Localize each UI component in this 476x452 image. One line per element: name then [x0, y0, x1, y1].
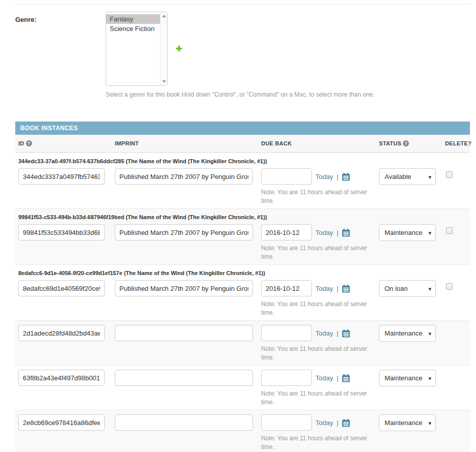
instance-heading: 344edc33-37a0-497f-b574-637b6ddcf285 (Th… — [15, 157, 470, 168]
due-back-input[interactable] — [261, 280, 312, 296]
server-time-note: Note: You are 11 hours ahead of server t… — [261, 188, 376, 205]
calendar-icon[interactable] — [342, 374, 350, 382]
calendar-icon[interactable] — [342, 419, 350, 427]
id-input[interactable] — [18, 168, 105, 185]
chevron-down-icon — [428, 374, 431, 382]
due-back-input[interactable] — [261, 414, 312, 431]
status-select[interactable]: Maintenance — [379, 370, 436, 386]
book-instance-row: Today | Note: You are 11 hours ahead of … — [15, 320, 470, 365]
delete-checkbox[interactable] — [446, 227, 453, 234]
status-select[interactable]: On loan — [379, 280, 436, 297]
imprint-input[interactable] — [115, 325, 253, 341]
genre-option-science-fiction[interactable]: Science Fiction — [106, 24, 160, 34]
instance-heading: 8edafcc6-9d1e-4056-9f20-ce99d1ef157e (Th… — [15, 269, 470, 280]
status-value: On loan — [385, 285, 408, 292]
column-header-imprint: IMPRINT — [112, 140, 258, 146]
today-link[interactable]: Today — [315, 374, 333, 382]
id-input[interactable] — [18, 224, 105, 240]
book-instance-row: Today | Note: You are 11 hours ahead of … — [15, 365, 470, 410]
book-instance-row: 99841f53-c533-494b-b33d-687946f19bed (Th… — [15, 208, 470, 264]
book-instance-row: Today | Note: You are 11 hours ahead of … — [15, 410, 470, 452]
calendar-icon[interactable] — [342, 329, 350, 338]
separator: | — [337, 173, 338, 180]
separator: | — [337, 419, 338, 427]
status-value: Maintenance — [385, 374, 422, 382]
column-header-delete: DELETE? — [442, 140, 470, 146]
genre-option-fantasy[interactable]: Fantasy — [106, 14, 160, 24]
chevron-down-icon — [428, 285, 431, 292]
book-instance-row: 8edafcc6-9d1e-4056-9f20-ce99d1ef157e (Th… — [15, 264, 470, 320]
book-instance-row: 344edc33-37a0-497f-b574-637b6ddcf285 (Th… — [15, 153, 470, 208]
server-time-note: Note: You are 11 hours ahead of server t… — [261, 300, 376, 317]
delete-checkbox[interactable] — [446, 283, 453, 290]
due-back-input[interactable] — [261, 168, 312, 185]
today-link[interactable]: Today — [315, 173, 333, 180]
plus-icon — [176, 45, 182, 53]
calendar-icon[interactable] — [342, 173, 350, 181]
calendar-icon[interactable] — [342, 229, 350, 237]
add-genre-button[interactable] — [176, 44, 182, 53]
separator: | — [337, 285, 338, 292]
imprint-input[interactable] — [115, 280, 253, 296]
book-instances-panel: BOOK INSTANCES ID IMPRINT DUE BACK STATU… — [15, 122, 470, 452]
instance-heading: 99841f53-c533-494b-b33d-687946f19bed (Th… — [15, 213, 470, 224]
scrollbar[interactable] — [160, 12, 167, 85]
imprint-input[interactable] — [115, 168, 253, 185]
due-back-input[interactable] — [261, 224, 312, 240]
book-instances-header: BOOK INSTANCES — [15, 122, 470, 135]
id-input[interactable] — [18, 280, 105, 296]
chevron-down-icon — [428, 329, 431, 337]
genre-field-row: Genre: Fantasy Science Fiction — [15, 5, 470, 86]
scroll-down-icon[interactable] — [162, 80, 166, 83]
page: Genre: Fantasy Science Fiction Select a … — [15, 4, 470, 452]
chevron-down-icon — [428, 173, 431, 180]
genre-option-list: Fantasy Science Fiction — [106, 12, 160, 36]
scroll-up-icon[interactable] — [162, 15, 166, 17]
help-icon — [403, 140, 409, 146]
help-icon — [26, 140, 32, 146]
separator: | — [337, 229, 338, 236]
column-header-id: ID — [15, 140, 112, 146]
chevron-down-icon — [428, 229, 431, 236]
genre-help-text: Select a genre for this book Hold down "… — [106, 91, 470, 98]
imprint-input[interactable] — [115, 414, 253, 431]
today-link[interactable]: Today — [315, 285, 333, 292]
status-select[interactable]: Maintenance — [379, 414, 436, 431]
column-header-due-back: DUE BACK — [258, 140, 376, 146]
genre-label: Genre: — [15, 12, 106, 86]
due-back-input[interactable] — [261, 370, 312, 386]
chevron-down-icon — [428, 419, 431, 427]
server-time-note: Note: You are 11 hours ahead of server t… — [261, 434, 376, 451]
status-select[interactable]: Maintenance — [379, 325, 436, 342]
id-input[interactable] — [18, 370, 105, 386]
id-input[interactable] — [18, 414, 105, 431]
status-value: Maintenance — [385, 419, 422, 427]
status-value: Maintenance — [385, 329, 422, 337]
column-header-row: ID IMPRINT DUE BACK STATUS DELETE? — [15, 135, 470, 153]
separator: | — [337, 329, 338, 337]
due-back-input[interactable] — [261, 325, 312, 341]
server-time-note: Note: You are 11 hours ahead of server t… — [261, 389, 376, 407]
calendar-icon[interactable] — [342, 285, 350, 293]
status-select[interactable]: Available — [379, 168, 436, 185]
status-value: Maintenance — [385, 229, 422, 236]
status-value: Available — [385, 173, 411, 180]
today-link[interactable]: Today — [315, 419, 333, 427]
server-time-note: Note: You are 11 hours ahead of server t… — [261, 345, 376, 362]
imprint-input[interactable] — [115, 370, 253, 386]
today-link[interactable]: Today — [315, 229, 333, 236]
column-header-status: STATUS — [376, 140, 442, 146]
server-time-note: Note: You are 11 hours ahead of server t… — [261, 244, 376, 261]
imprint-input[interactable] — [115, 224, 253, 240]
delete-checkbox[interactable] — [446, 171, 453, 178]
genre-multiselect[interactable]: Fantasy Science Fiction — [106, 12, 168, 86]
separator: | — [337, 374, 338, 382]
today-link[interactable]: Today — [315, 329, 333, 337]
id-input[interactable] — [18, 325, 105, 341]
status-select[interactable]: Maintenance — [379, 224, 436, 241]
